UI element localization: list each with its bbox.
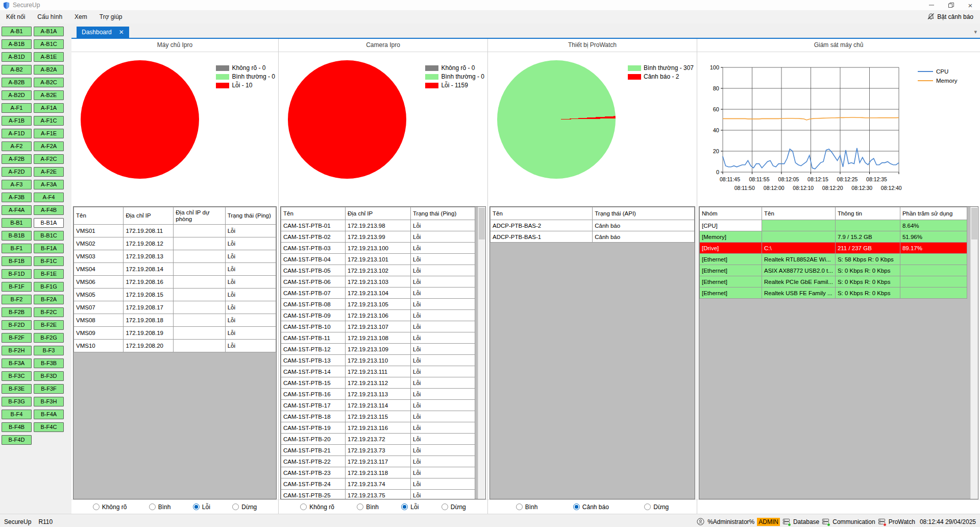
tabstrip-chevron-down-icon[interactable]: ▾ (974, 29, 977, 35)
table-row[interactable]: VMS08172.19.208.18Lỗi (74, 314, 276, 327)
table-row[interactable]: VMS03172.19.208.13Lỗi (74, 250, 276, 263)
table-row[interactable]: CAM-1ST-PTB-03172.19.213.100Lỗi (281, 243, 475, 254)
table-row[interactable]: CAM-1ST-PTB-21172.19.213.73Lỗi (281, 445, 475, 456)
filter-radio-0-1[interactable]: Bình (149, 504, 171, 511)
sidebar-button-A-B2B[interactable]: A-B2B (2, 78, 32, 87)
table-row[interactable]: VMS04172.19.208.14Lỗi (74, 263, 276, 276)
sidebar-button-A-F3B[interactable]: A-F3B (2, 193, 32, 202)
sidebar-button-A-F2A[interactable]: A-F2A (34, 141, 64, 151)
sidebar-button-B-F3C[interactable]: B-F3C (2, 371, 32, 381)
sidebar-button-A-F2[interactable]: A-F2 (2, 141, 32, 151)
sidebar-button-B-F4B[interactable]: B-F4B (2, 422, 32, 432)
sidebar-button-B-F2C[interactable]: B-F2C (34, 307, 64, 317)
filter-radio-1-2[interactable]: Lỗi (401, 504, 419, 511)
sidebar-button-B-F3E[interactable]: B-F3E (2, 384, 32, 394)
filter-radio-0-0[interactable]: Không rõ (93, 504, 127, 511)
table-row[interactable]: CAM-1ST-PTB-01172.19.213.98Lỗi (281, 220, 475, 231)
table-row[interactable]: [Ethernet]Realtek PCIe GbE Famil...S: 0 … (700, 276, 967, 288)
filter-radio-2-0[interactable]: Bình (516, 504, 538, 511)
sidebar-button-A-B2E[interactable]: A-B2E (34, 90, 64, 100)
table-row[interactable]: CAM-1ST-PTB-14172.19.213.111Lỗi (281, 366, 475, 377)
sidebar-button-A-F4A[interactable]: A-F4A (2, 205, 32, 215)
table-row[interactable]: VMS05172.19.208.15Lỗi (74, 289, 276, 301)
table-row[interactable]: CAM-1ST-PTB-12172.19.213.109Lỗi (281, 344, 475, 355)
sidebar-button-B-F3[interactable]: B-F3 (34, 346, 64, 355)
column-header[interactable]: Tên (74, 207, 124, 225)
table-row[interactable]: [Memory]7.9 / 15.2 GB51.96% (700, 231, 967, 243)
sidebar-button-B-F4C[interactable]: B-F4C (34, 422, 64, 432)
sidebar-button-A-F3[interactable]: A-F3 (2, 180, 32, 189)
sidebar-button-B-F4[interactable]: B-F4 (2, 410, 32, 419)
minimize-button[interactable] (922, 0, 941, 10)
sidebar-button-A-F2E[interactable]: A-F2E (34, 167, 64, 177)
sidebar-button-B-F1E[interactable]: B-F1E (34, 269, 64, 279)
column-header[interactable]: Tên (281, 207, 346, 220)
sidebar-button-B-F3D[interactable]: B-F3D (34, 371, 64, 381)
table-row[interactable]: CAM-1ST-PTB-11172.19.213.108Lỗi (281, 332, 475, 344)
menu-item-1[interactable]: Cấu hình (31, 11, 68, 22)
scrollbar-thumb[interactable] (971, 208, 977, 239)
table-row[interactable]: CAM-1ST-PTB-13172.19.213.110Lỗi (281, 355, 475, 366)
sidebar-button-A-F4B[interactable]: A-F4B (34, 205, 64, 215)
sidebar-button-A-F1A[interactable]: A-F1A (34, 103, 64, 113)
table-row[interactable]: ADCP-PTB-BAS-2Cảnh báo (491, 220, 695, 231)
column-header[interactable]: Trạng thái (API) (593, 207, 695, 220)
table-row[interactable]: [Ethernet]Realtek RTL8852AE Wi...S: 58 K… (700, 254, 967, 265)
filter-radio-0-2[interactable]: Lỗi (193, 504, 210, 511)
column-header[interactable]: Trạng thái (Ping) (411, 207, 475, 220)
column-header[interactable]: Trạng thái (Ping) (225, 207, 276, 225)
table-row[interactable]: VMS10172.19.208.20Lỗi (74, 340, 276, 352)
sidebar-button-B-F3A[interactable]: B-F3A (2, 358, 32, 368)
close-button[interactable]: × (961, 0, 980, 10)
sidebar-button-B-F3B[interactable]: B-F3B (34, 358, 64, 368)
sidebar-button-B-F1[interactable]: B-F1 (2, 244, 32, 253)
table-row[interactable]: CAM-1ST-PTB-07172.19.213.104Lỗi (281, 288, 475, 299)
table-row[interactable]: [CPU]8.64% (700, 220, 967, 231)
table-row[interactable]: VMS01172.19.208.11Lỗi (74, 225, 276, 237)
sidebar-button-B-F1D[interactable]: B-F1D (2, 269, 32, 279)
filter-radio-1-1[interactable]: Bình (357, 504, 379, 511)
table-row[interactable]: CAM-1ST-PTB-19172.19.213.116Lỗi (281, 422, 475, 434)
sidebar-button-B-F3G[interactable]: B-F3G (2, 397, 32, 406)
table-row[interactable]: CAM-1ST-PTB-17172.19.213.114Lỗi (281, 400, 475, 411)
table-row[interactable]: CAM-1ST-PTB-25172.19.213.75Lỗi (281, 490, 475, 500)
tab-dashboard[interactable]: Dashboard ✕ (77, 27, 129, 38)
column-header[interactable]: Tên (762, 207, 836, 220)
table-row[interactable]: CAM-1ST-PTB-15172.19.213.112Lỗi (281, 377, 475, 389)
sidebar-button-A-B1A[interactable]: A-B1A (34, 27, 64, 36)
table-row[interactable]: CAM-1ST-PTB-18172.19.213.115Lỗi (281, 411, 475, 422)
column-header[interactable]: Địa chỉ IP (124, 207, 174, 225)
filter-radio-0-3[interactable]: Dừng (232, 504, 257, 511)
table-row[interactable]: CAM-1ST-PTB-06172.19.213.103Lỗi (281, 276, 475, 288)
sidebar-button-A-B1E[interactable]: A-B1E (34, 52, 64, 62)
table-row[interactable]: VMS06172.19.208.16Lỗi (74, 276, 276, 289)
sidebar-button-B-B1[interactable]: B-B1 (2, 218, 32, 228)
sidebar-button-A-B1C[interactable]: A-B1C (34, 39, 64, 49)
scrollbar-thumb[interactable] (479, 208, 485, 239)
filter-radio-1-3[interactable]: Dừng (442, 504, 466, 511)
sidebar-button-B-F1B[interactable]: B-F1B (2, 256, 32, 266)
sidebar-button-B-B1C[interactable]: B-B1C (34, 231, 64, 241)
sidebar-button-A-B1D[interactable]: A-B1D (2, 52, 32, 62)
sidebar-button-A-F3A[interactable]: A-F3A (34, 180, 64, 189)
sidebar-button-B-F2A[interactable]: B-F2A (34, 295, 64, 304)
table-row[interactable]: CAM-1ST-PTB-23172.19.213.118Lỗi (281, 467, 475, 478)
table-row[interactable]: CAM-1ST-PTB-09172.19.213.106Lỗi (281, 310, 475, 321)
table-row[interactable]: VMS09172.19.208.19Lỗi (74, 327, 276, 340)
table-row[interactable]: CAM-1ST-PTB-02172.19.213.99Lỗi (281, 231, 475, 243)
table-row[interactable]: [Drive]C:\211 / 237 GB89.17% (700, 243, 967, 254)
sidebar-button-B-F3H[interactable]: B-F3H (34, 397, 64, 406)
sidebar-button-A-B1[interactable]: A-B1 (2, 27, 32, 36)
menu-item-0[interactable]: Kết nối (0, 11, 31, 22)
column-header[interactable]: Phần trăm sử dụng (900, 207, 967, 220)
sidebar-button-A-F1C[interactable]: A-F1C (34, 116, 64, 126)
sidebar-button-A-B2A[interactable]: A-B2A (34, 65, 64, 75)
sidebar-button-B-F4D[interactable]: B-F4D (2, 435, 32, 445)
column-header[interactable]: Địa chỉ IP (346, 207, 411, 220)
sidebar-button-A-F2D[interactable]: A-F2D (2, 167, 32, 177)
sidebar-button-A-F2C[interactable]: A-F2C (34, 154, 64, 164)
filter-radio-1-0[interactable]: Không rõ (300, 504, 334, 511)
sidebar-button-B-F1G[interactable]: B-F1G (34, 282, 64, 292)
sidebar-button-B-B1A[interactable]: B-B1A (34, 218, 64, 228)
menu-item-3[interactable]: Trợ giúp (93, 11, 129, 22)
